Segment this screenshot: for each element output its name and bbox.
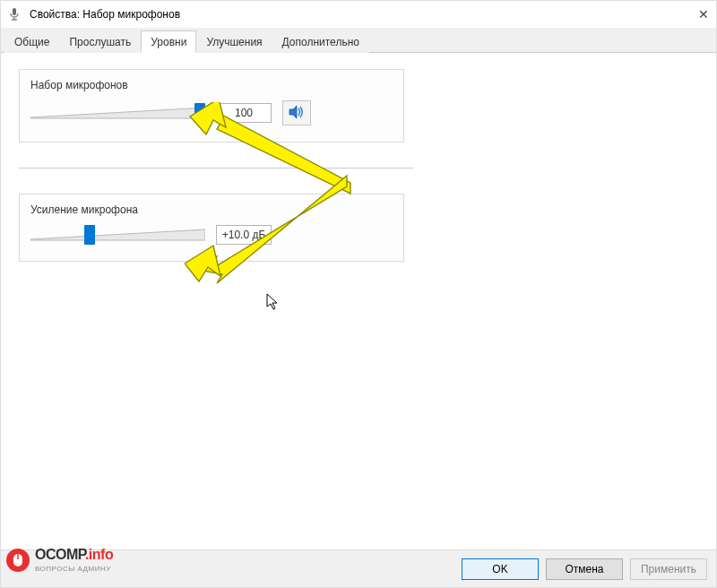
mic-array-label: Набор микрофонов [30,79,393,91]
mouse-icon [6,549,30,572]
badge-main-b: .info [85,547,113,562]
mic-array-slider[interactable] [30,103,205,123]
apply-button: Применить [630,558,707,580]
mic-boost-group: Усиление микрофона +10.0 дБ [19,194,404,262]
badge-sub: ВОПРОСЫ АДМИНУ [35,565,111,573]
mic-array-value: 100 [216,103,272,123]
close-icon[interactable]: ✕ [698,7,709,22]
svg-marker-11 [267,294,277,309]
cancel-button[interactable]: Отмена [546,558,623,580]
mic-array-group: Набор микрофонов 100 [19,69,404,143]
cursor-icon [266,293,281,314]
speaker-icon [289,105,305,122]
svg-marker-3 [30,108,205,118]
tab-enhancements[interactable]: Улучшения [196,30,272,53]
svg-rect-0 [13,8,16,15]
tab-levels[interactable]: Уровни [141,30,196,53]
mic-boost-label: Усиление микрофона [30,203,393,216]
titlebar: Свойства: Набор микрофонов ✕ [1,1,716,28]
mic-boost-value: +10.0 дБ [216,225,272,245]
site-badge: OCOMP.info ВОПРОСЫ АДМИНУ [6,548,113,573]
window-title: Свойства: Набор микрофонов [30,8,180,21]
speaker-balance-button[interactable] [282,100,311,125]
tab-strip: Общие Прослушать Уровни Улучшения Дополн… [1,28,716,53]
ok-button[interactable]: OK [462,558,539,580]
badge-main-a: OCOMP [35,547,85,562]
tab-content-levels: Набор микрофонов 100 [1,53,716,549]
svg-marker-5 [30,229,205,240]
tab-advanced[interactable]: Дополнительно [272,30,369,53]
microphone-icon [8,7,22,22]
tab-listen[interactable]: Прослушать [59,30,141,53]
tab-general[interactable]: Общие [4,30,59,53]
mic-boost-slider[interactable] [30,225,205,245]
divider [19,168,413,169]
svg-marker-4 [289,106,297,118]
